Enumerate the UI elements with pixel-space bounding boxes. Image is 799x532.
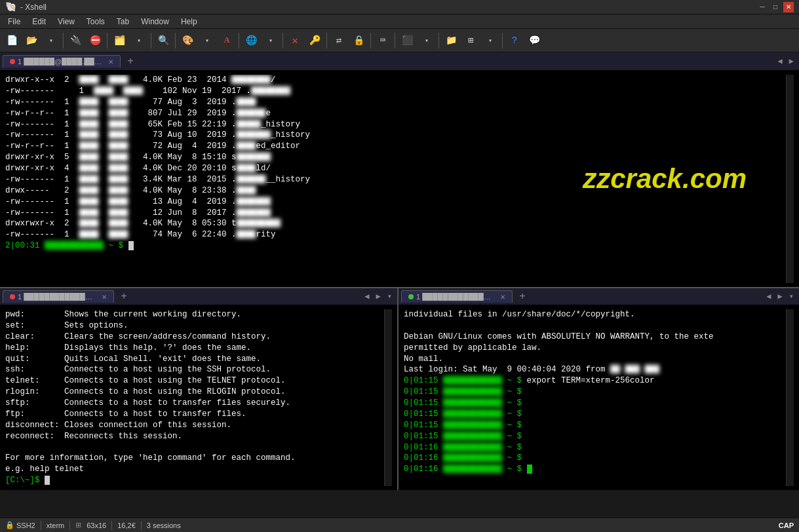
tab-nav-right: ◀ ▶ ▾ [764,290,796,303]
terminal-line-5: -rw------- 1 ████ ████ 73 Aug 10 2019 .█… [5,130,786,141]
grid-dropdown-button[interactable]: ▾ [481,31,499,50]
tab-add-right[interactable]: + [515,290,530,304]
right-line-5: Last login: Sat May 9 00:40:04 2020 from… [404,364,786,375]
newtab-button[interactable]: 🗂️ [110,31,128,50]
terminal-line-11: -rw------- 1 ████ ████ 13 Aug 4 2019 .██… [5,197,786,208]
menu-tab[interactable]: Tab [111,16,134,28]
app-icon: 🐚 [5,1,16,12]
right-pane: 1 ████████████████ ✕ + ◀ ▶ ▾ individual … [399,287,799,490]
status-size-icon: ⊞ [75,521,81,529]
keyboard-button[interactable]: ⌨ [374,31,392,50]
toolbar-sep-3 [151,33,151,48]
lock-icon: 🔒 [5,521,14,529]
new-file-button[interactable]: 📄 [3,31,21,50]
terminal-line-13: drwxrwxr-x 2 ████ ████ 4.0K May 8 05:30 … [5,218,786,229]
menu-window[interactable]: Window [136,16,174,28]
terminal-top-scrollbar[interactable] [786,75,794,283]
right-line-9: 0|01:15 ████████████ ~ $ [404,409,786,420]
status-position: 16,2€ [117,522,136,529]
chat-button[interactable]: 💬 [525,31,543,50]
tab-prev-right[interactable]: ◀ [764,290,773,303]
title-bar-controls: ─ □ ✕ [757,2,794,12]
menu-edit[interactable]: Edit [27,16,51,28]
status-bar: 🔒 SSH2 xterm ⊞ 63x16 16,2€ 3 sessions CA… [0,518,799,532]
globe-dropdown-button[interactable]: ▾ [262,31,280,50]
tab-dot-left-1 [10,294,15,299]
newtab-dropdown-button[interactable]: ▾ [130,31,148,50]
tab-label-right-1: 1 ████████████████ [416,293,495,301]
tab-close-top-1[interactable]: ✕ [108,58,113,66]
zoom-button[interactable]: 🔍 [154,31,172,50]
left-line-8: sftp: Connects to a host to transfer fil… [5,398,384,409]
maximize-button[interactable]: □ [770,2,781,12]
font-button[interactable]: A [218,31,236,50]
toolbar-sep-8 [370,33,371,48]
color-button[interactable]: 🎨 [178,31,197,50]
menu-file[interactable]: File [3,16,26,28]
tab-nav-top: ◀ ▶ [775,55,796,67]
status-sep-2 [69,521,70,530]
terminal-line-14: -rw------- 1 ████ ████ 74 May 6 22:40 .█… [5,229,786,240]
cursor-left [45,476,50,485]
toolbar-sep-5 [239,33,239,48]
left-line-11: reconnect: Reconnects this session. [5,431,384,442]
tab-menu-left[interactable]: ▾ [385,290,395,303]
tab-add-top[interactable]: + [123,54,138,69]
transfer-button[interactable]: ⇄ [330,31,348,50]
tab-add-left[interactable]: + [117,290,131,304]
left-line-2: clear: Clears the screen/address/command… [5,332,384,343]
menu-help[interactable]: Help [176,16,203,28]
tab-prev-left[interactable]: ◀ [362,290,372,303]
tab-close-right-1[interactable]: ✕ [500,294,505,301]
status-sep-4 [141,521,142,530]
left-line-6: telnet: Connects to a host using the TEL… [5,375,384,387]
open-folder-button[interactable]: 📂 [22,31,41,50]
tab-next-right[interactable]: ▶ [775,290,785,303]
tab-bar-bottom-left: 1 ████████████████ ✕ + ◀ ▶ ▾ [0,287,397,305]
tab-prev-top[interactable]: ◀ [775,55,785,67]
key-button[interactable]: 🔑 [305,31,324,50]
color-dropdown-button[interactable]: ▾ [198,31,216,50]
cursor-top [128,241,134,250]
title-bar-title: - Xshell [20,3,47,12]
record-button[interactable]: ⬛ [398,31,416,50]
toolbar-sep-2 [107,33,107,48]
lock-button[interactable]: 🔒 [349,31,368,50]
right-line-2: Debian GNU/Linux comes with ABSOLUTELY N… [404,332,786,343]
app-window: 🐚 - Xshell ─ □ ✕ File Edit View Tools Ta… [0,0,799,532]
tab-next-left[interactable]: ▶ [374,290,383,303]
grid-button[interactable]: ⊞ [461,31,480,50]
minimize-button[interactable]: ─ [757,2,768,12]
toolbar-sep-10 [438,33,439,48]
tab-menu-right[interactable]: ▾ [787,290,796,303]
tab-dot-right-1 [408,294,414,299]
tab-next-top[interactable]: ▶ [787,55,796,67]
tab-label-left-1: 1 ████████████████ [18,293,96,301]
open-dropdown-button[interactable]: ▾ [42,31,60,50]
terminal-line-4: -rw------- 1 ████ ████ 65K Feb 15 22:19 … [5,119,786,130]
red-x-button[interactable]: ✕ [286,31,304,50]
status-sep-1 [41,521,41,530]
toolbar-sep-6 [283,33,283,48]
terminal-left-scrollbar[interactable] [384,309,392,486]
close-button[interactable]: ✕ [783,2,794,12]
folder3-button[interactable]: 📁 [442,31,460,50]
tab-bottom-right-1[interactable]: 1 ████████████████ ✕ [401,290,513,303]
menu-tools[interactable]: Tools [81,16,110,28]
menu-view[interactable]: View [52,16,80,28]
connect-button[interactable]: 🔌 [66,31,85,50]
help-button[interactable]: ? [505,31,524,50]
tab-top-1[interactable]: 1 ██████@████.██ (██) ✕ [3,55,121,67]
disconnect-button[interactable]: ⛔ [86,31,104,50]
cursor-right [527,465,532,474]
terminal-right-scrollbar[interactable] [786,309,794,486]
record-dropdown-button[interactable]: ▾ [418,31,436,50]
left-line-10: disconnect: Closes connection of this se… [5,420,384,431]
tab-bottom-left-1[interactable]: 1 ████████████████ ✕ [3,290,114,303]
tab-close-left-1[interactable]: ✕ [102,294,107,301]
terminal-bottom-right: individual files in /usr/share/doc/*/cop… [399,305,799,490]
left-line-14: e.g. help telnet [5,464,384,475]
globe-button[interactable]: 🌐 [242,31,260,50]
toolbar-sep-7 [326,33,327,48]
terminal-bottom-left: pwd: Shows the current working directory… [0,305,397,490]
